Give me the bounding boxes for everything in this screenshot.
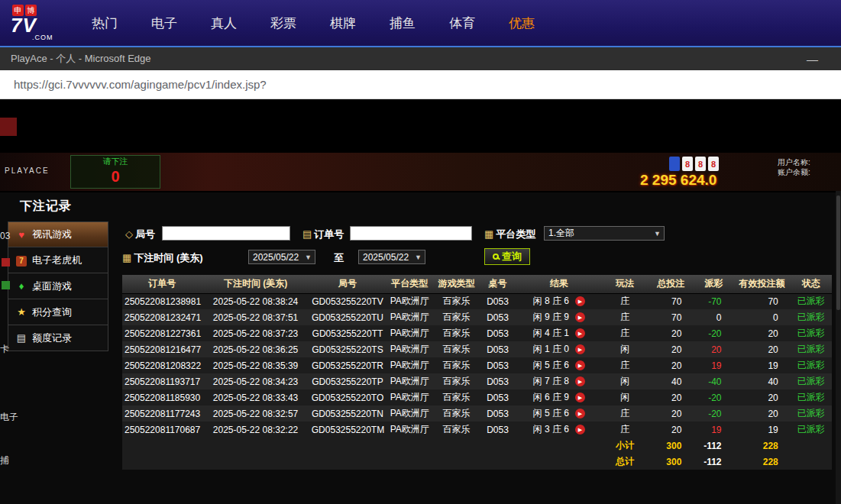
cell-empty <box>386 454 433 470</box>
dealt-cards: 8 8 8 <box>669 157 719 171</box>
cell-order: 250522081208322 <box>122 357 202 373</box>
logo-text: 7V <box>11 16 78 34</box>
cell-platform: PA欧洲厅 <box>386 405 433 422</box>
url-text[interactable]: https://gci.7vvvvvv.com/agingame/pcv1/in… <box>14 78 267 91</box>
search-button[interactable]: 查询 <box>484 248 530 265</box>
play-button[interactable]: ▶ <box>575 360 585 370</box>
cell-empty <box>433 454 479 470</box>
casino-banner: PLAYACE 请下注 0 8 8 8 2 295 624.0 用户名称: 账户… <box>0 153 841 191</box>
play-button[interactable]: ▶ <box>575 296 585 306</box>
cell-empty <box>479 438 516 454</box>
column-header: 总投注 <box>648 275 694 293</box>
cell-round: GD053255220TS <box>309 341 386 357</box>
cell-order: 250522081216477 <box>122 341 202 357</box>
playace-brand: PLAYACE <box>5 166 50 175</box>
panel-title: 下注记录 <box>20 199 72 215</box>
promo-navbar: 申 博 7V .COM 热门电子真人彩票棋牌捕鱼体育优惠 <box>0 0 841 47</box>
platform-type-select[interactable]: 1.全部 ▼ <box>544 226 665 241</box>
nav-item-3[interactable]: 彩票 <box>270 15 296 32</box>
result-text: 闲 5 庄 6 <box>533 407 569 420</box>
result-wrap: 闲 5 庄 6▶ <box>519 407 600 420</box>
summary-total-bet: 300 <box>648 438 694 454</box>
cell-time: 2025-05-22 08:34:23 <box>202 373 309 389</box>
nav-item-6[interactable]: 体育 <box>449 15 475 32</box>
play-button[interactable]: ▶ <box>575 393 585 402</box>
result-text: 闲 6 庄 9 <box>533 391 569 404</box>
cell-total-bet: 70 <box>648 309 694 325</box>
sidebar-item-2[interactable]: ♦桌面游戏 <box>8 273 108 299</box>
nav-item-2[interactable]: 真人 <box>211 15 237 32</box>
cell-time: 2025-05-22 08:37:23 <box>202 325 309 341</box>
scrollbar-thumb[interactable] <box>836 195 840 310</box>
cell-round: GD053255220TV <box>309 293 386 309</box>
column-header: 桌号 <box>479 275 516 293</box>
date-to-select[interactable]: 2025/05/22 ▼ <box>358 250 425 264</box>
cell-table-number: D053 <box>479 325 516 341</box>
cell-play: 闲 <box>602 389 648 405</box>
play-button[interactable]: ▶ <box>575 409 585 418</box>
cell-round: GD053255220TO <box>309 389 386 405</box>
card-icon: 8 <box>695 157 706 171</box>
result-wrap: 闲 5 庄 6▶ <box>519 359 600 372</box>
magnifier-icon <box>493 254 499 260</box>
column-header: 平台类型 <box>386 275 433 293</box>
sidebar-item-1[interactable]: 7电子老虎机 <box>8 247 108 273</box>
cell-round: GD053255220TU <box>309 309 386 325</box>
cell-payout: -70 <box>694 293 733 309</box>
logo-subtext: .COM <box>32 34 78 41</box>
cell-table-number: D053 <box>479 341 516 357</box>
nav-item-7[interactable]: 优惠 <box>509 15 535 32</box>
cell-game-type: 百家乐 <box>433 341 479 357</box>
scrollbar[interactable] <box>836 191 841 504</box>
to-label: 至 <box>334 251 344 265</box>
play-button[interactable]: ▶ <box>575 425 585 435</box>
result-wrap: 闲 3 庄 6▶ <box>519 423 600 436</box>
cell-order: 250522081232471 <box>122 309 202 325</box>
play-button[interactable]: ▶ <box>575 312 585 322</box>
nav-item-0[interactable]: 热门 <box>92 15 118 32</box>
cell-total-bet: 40 <box>648 373 694 389</box>
grid-icon: ▦ <box>484 228 493 240</box>
cell-empty <box>433 438 479 454</box>
sidebar-item-4[interactable]: ▤额度记录 <box>8 325 108 351</box>
play-button[interactable]: ▶ <box>575 344 585 354</box>
cell-round: GD053255220TR <box>309 357 386 373</box>
table-row: 2505220812273612025-05-22 08:37:23GD0532… <box>122 325 832 341</box>
order-number-input[interactable] <box>350 226 472 241</box>
nav-item-1[interactable]: 电子 <box>151 15 177 32</box>
table-games-icon: ♦ <box>15 280 28 292</box>
cell-time: 2025-05-22 08:32:57 <box>202 405 309 422</box>
nav-item-4[interactable]: 棋牌 <box>330 15 356 32</box>
sidebar-item-3[interactable]: ★积分查询 <box>8 299 108 325</box>
site-logo[interactable]: 申 博 7V .COM <box>11 5 78 41</box>
bet-prompt-box: 请下注 0 <box>70 155 160 189</box>
play-button[interactable]: ▶ <box>575 376 585 386</box>
result-wrap: 闲 8 庄 6▶ <box>519 295 600 308</box>
cell-play: 闲 <box>602 373 648 389</box>
sidebar-item-0[interactable]: ♥视讯游戏 <box>8 221 108 247</box>
left-fragment-text: 03 <box>0 231 10 241</box>
nav-item-5[interactable]: 捕鱼 <box>390 15 416 32</box>
cell-result: 闲 3 庄 6▶ <box>516 422 602 438</box>
cell-result: 闲 6 庄 9▶ <box>516 389 602 405</box>
play-button[interactable]: ▶ <box>575 328 585 338</box>
cell-order: 250522081177243 <box>122 405 202 422</box>
cell-status: 已派彩 <box>791 422 832 438</box>
date-from-select[interactable]: 2025/05/22 ▼ <box>248 250 315 264</box>
date-to-value: 2025/05/22 <box>363 252 409 263</box>
left-red-fragment <box>0 118 17 136</box>
minimize-button[interactable]: — <box>807 53 818 66</box>
cell-time: 2025-05-22 08:35:39 <box>202 357 309 373</box>
top-nav-items: 热门电子真人彩票棋牌捕鱼体育优惠 <box>92 15 568 32</box>
cell-platform: PA欧洲厅 <box>386 309 433 325</box>
summary-payout: -112 <box>694 438 733 454</box>
table-row: 2505220811706872025-05-22 08:32:22GD0532… <box>122 422 832 438</box>
browser-address-bar[interactable]: https://gci.7vvvvvv.com/agingame/pcv1/in… <box>0 70 841 99</box>
cell-order: 250522081185930 <box>122 389 202 405</box>
round-number-input[interactable] <box>162 226 290 241</box>
column-header: 下注时间 (美东) <box>202 275 309 293</box>
cell-play: 庄 <box>602 325 648 341</box>
cell-platform: PA欧洲厅 <box>386 389 433 405</box>
cell-table-number: D053 <box>479 422 516 438</box>
account-info: 用户名称: 账户余额: <box>778 157 810 177</box>
